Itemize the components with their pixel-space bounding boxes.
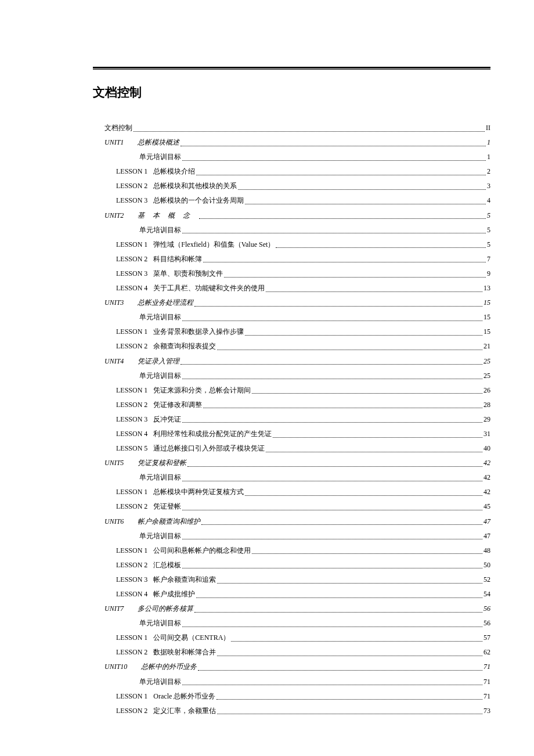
toc-entry: LESSON 4关于工具栏、功能键和文件夹的使用13 xyxy=(93,283,490,294)
dot-leader xyxy=(273,437,482,438)
dot-leader xyxy=(182,510,482,510)
page-number: 1 xyxy=(487,152,490,163)
toc-label: UNIT5凭证复核和登帐 xyxy=(104,458,186,469)
dot-leader xyxy=(245,204,486,204)
lesson-title: 定义汇率，余额重估 xyxy=(153,707,216,715)
lesson-title: 总帐模块的一个会计业务周期 xyxy=(153,196,244,204)
dot-leader xyxy=(245,495,482,496)
page-number: 71 xyxy=(484,676,490,687)
lesson-number: LESSON 5 xyxy=(116,444,147,452)
unit-title: 帐户余额查询和维护 xyxy=(138,517,200,525)
toc-entry: UNIT4凭证录入管理25 xyxy=(93,356,490,367)
toc-label: LESSON 5通过总帐接口引入外部或子模块凭证 xyxy=(116,443,265,454)
lesson-title: 帐户成批维护 xyxy=(153,590,195,598)
unit-number: UNIT5 xyxy=(104,459,124,467)
toc-label: LESSON 4关于工具栏、功能键和文件夹的使用 xyxy=(116,283,265,294)
toc-entry: LESSON 5通过总帐接口引入外部或子模块凭证40 xyxy=(93,443,490,454)
dot-leader xyxy=(196,597,482,598)
unit-number: UNIT2 xyxy=(104,211,124,219)
lesson-number: LESSON 1 xyxy=(116,386,147,394)
toc-entry: LESSON 3帐户余额查询和追索52 xyxy=(93,574,490,585)
toc-entry: LESSON 1Oracle 总帐外币业务71 xyxy=(93,691,490,702)
unit-title: 凭证复核和登帐 xyxy=(138,459,186,467)
dot-leader xyxy=(181,364,482,365)
top-divider xyxy=(93,67,490,70)
toc-label: 单元培训目标 xyxy=(139,152,181,163)
dot-leader xyxy=(217,583,482,584)
page-number: 5 xyxy=(487,239,490,250)
lesson-title: 公司间和悬帐帐户的概念和使用 xyxy=(153,546,251,555)
dot-leader xyxy=(198,670,482,671)
lesson-number: LESSON 3 xyxy=(116,269,147,278)
lesson-number: LESSON 1 xyxy=(116,240,147,249)
toc-entry: LESSON 1总帐模块介绍2 xyxy=(93,166,490,177)
dot-leader xyxy=(182,321,482,321)
toc-entry: 单元培训目标25 xyxy=(93,370,490,381)
dot-leader xyxy=(196,175,486,175)
toc-label: LESSON 1公司间和悬帐帐户的概念和使用 xyxy=(116,545,251,556)
lesson-title: 总帐模块介绍 xyxy=(153,167,195,175)
unit-title: 基本概念 xyxy=(138,211,198,219)
toc-entry: LESSON 3菜单、职责和预制文件9 xyxy=(93,268,490,279)
toc-entry: 文档控制II xyxy=(93,123,490,134)
page-number: 3 xyxy=(487,181,490,192)
toc-label: LESSON 1公司间交易（CENTRA） xyxy=(116,632,230,643)
toc-entry: UNIT3总帐业务处理流程15 xyxy=(93,297,490,308)
lesson-title: 凭证登帐 xyxy=(153,502,181,510)
page-number: 52 xyxy=(484,574,490,585)
lesson-number: LESSON 4 xyxy=(116,430,147,438)
lesson-title: 弹性域（Flexfield）和值集（Value Set） xyxy=(153,240,275,249)
toc-label: UNIT1总帐模块概述 xyxy=(104,137,179,148)
dot-leader xyxy=(182,160,486,161)
page-number: 45 xyxy=(484,501,490,512)
lesson-title: 反冲凭证 xyxy=(153,415,181,423)
lesson-title: 凭证修改和调整 xyxy=(153,401,202,409)
lesson-number: LESSON 1 xyxy=(116,488,147,496)
toc-entry: LESSON 2定义汇率，余额重估73 xyxy=(93,705,490,717)
toc-entry: LESSON 2科目结构和帐簿7 xyxy=(93,254,490,265)
toc-label: 单元培训目标 xyxy=(139,370,181,381)
page-number: 5 xyxy=(487,210,490,221)
toc-entry: UNIT2基本概念5 xyxy=(93,210,490,221)
unit-number: UNIT10 xyxy=(104,663,127,671)
page-number: 25 xyxy=(484,370,490,381)
toc-label: UNIT3总帐业务处理流程 xyxy=(104,297,193,308)
lesson-number: LESSON 2 xyxy=(116,707,147,715)
page-number: 40 xyxy=(484,443,490,454)
page-number: 26 xyxy=(484,385,490,396)
toc-entry: LESSON 3反冲凭证29 xyxy=(93,414,490,425)
toc-entry: 单元培训目标47 xyxy=(93,531,490,542)
toc-label: LESSON 2定义汇率，余额重估 xyxy=(116,705,216,717)
page-number: 1 xyxy=(487,137,490,148)
page-number: 15 xyxy=(484,297,490,308)
page-number: 15 xyxy=(484,312,490,323)
toc-entry: LESSON 1弹性域（Flexfield）和值集（Value Set）5 xyxy=(93,239,490,250)
dot-leader xyxy=(231,641,482,642)
toc-label: 单元培训目标 xyxy=(139,676,181,687)
dot-leader xyxy=(194,612,482,613)
page-number: 29 xyxy=(484,414,490,425)
toc-entry: UNIT10总帐中的外币业务71 xyxy=(93,661,490,672)
lesson-number: LESSON 3 xyxy=(116,575,147,584)
toc-entry: LESSON 2数据映射和帐簿合并62 xyxy=(93,647,490,658)
dot-leader xyxy=(224,277,486,278)
toc-entry: LESSON 1公司间和悬帐帐户的概念和使用48 xyxy=(93,545,490,556)
toc-label: UNIT6帐户余额查询和维护 xyxy=(104,516,200,527)
toc-entry: LESSON 2余额查询和报表提交21 xyxy=(93,341,490,352)
toc-entry: UNIT7多公司的帐务核算56 xyxy=(93,603,490,614)
toc-label: LESSON 2汇总模板 xyxy=(116,560,181,571)
table-of-contents: 文档控制IIUNIT1总帐模块概述1单元培训目标1LESSON 1总帐模块介绍2… xyxy=(93,123,490,716)
page-title: 文档控制 xyxy=(93,84,490,100)
dot-leader xyxy=(203,408,482,408)
dot-leader xyxy=(217,714,482,714)
dot-leader xyxy=(134,131,485,132)
dot-leader xyxy=(182,685,482,685)
toc-entry: LESSON 2汇总模板50 xyxy=(93,560,490,571)
page-number: 9 xyxy=(487,268,490,279)
toc-label: 单元培训目标 xyxy=(139,225,181,236)
dot-leader xyxy=(199,218,486,219)
lesson-title: 公司间交易（CENTRA） xyxy=(153,633,230,642)
lesson-title: 菜单、职责和预制文件 xyxy=(153,269,223,278)
toc-label: LESSON 4帐户成批维护 xyxy=(116,589,195,600)
page-number: 62 xyxy=(484,647,490,658)
